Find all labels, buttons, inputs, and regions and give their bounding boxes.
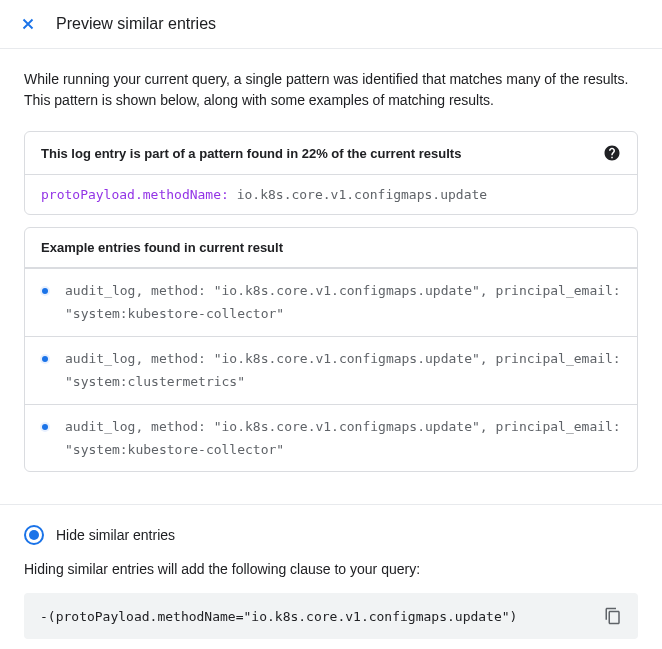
query-clause-block: -(protoPayload.methodName="io.k8s.core.v…	[24, 593, 638, 639]
example-row[interactable]: audit_log, method: "io.k8s.core.v1.confi…	[25, 268, 637, 336]
dialog-title: Preview similar entries	[56, 15, 216, 33]
svg-point-3	[42, 356, 48, 362]
svg-point-5	[42, 424, 48, 430]
pattern-card-title: This log entry is part of a pattern foun…	[41, 146, 461, 161]
radio-button-icon	[24, 525, 44, 545]
query-value: io.k8s.core.v1.configmaps.update	[237, 187, 487, 202]
pattern-query: protoPayload.methodName: io.k8s.core.v1.…	[25, 175, 637, 214]
example-text: audit_log, method: "io.k8s.core.v1.confi…	[65, 279, 625, 326]
radio-label: Hide similar entries	[56, 527, 175, 543]
intro-text: While running your current query, a sing…	[24, 69, 638, 111]
copy-icon[interactable]	[604, 607, 622, 625]
example-text: audit_log, method: "io.k8s.core.v1.confi…	[65, 415, 625, 462]
svg-point-1	[42, 288, 48, 294]
help-icon[interactable]	[603, 144, 621, 162]
dialog-header: Preview similar entries	[0, 0, 662, 49]
query-key: protoPayload.methodName:	[41, 187, 229, 202]
pattern-card-header: This log entry is part of a pattern foun…	[25, 132, 637, 175]
example-row[interactable]: audit_log, method: "io.k8s.core.v1.confi…	[25, 336, 637, 404]
close-icon	[19, 15, 37, 33]
pattern-card: This log entry is part of a pattern foun…	[24, 131, 638, 215]
examples-card-title: Example entries found in current result	[41, 240, 283, 255]
status-dot-icon	[37, 283, 53, 299]
hide-description: Hiding similar entries will add the foll…	[24, 561, 638, 577]
close-button[interactable]	[16, 12, 40, 36]
section-divider	[0, 504, 662, 505]
examples-card: Example entries found in current result …	[24, 227, 638, 472]
example-row[interactable]: audit_log, method: "io.k8s.core.v1.confi…	[25, 404, 637, 472]
dialog-content: While running your current query, a sing…	[0, 49, 662, 649]
example-text: audit_log, method: "io.k8s.core.v1.confi…	[65, 347, 625, 394]
radio-hide-similar[interactable]: Hide similar entries	[24, 525, 638, 545]
status-dot-icon	[37, 351, 53, 367]
query-clause-text: -(protoPayload.methodName="io.k8s.core.v…	[40, 609, 517, 624]
status-dot-icon	[37, 419, 53, 435]
examples-card-header: Example entries found in current result	[25, 228, 637, 268]
